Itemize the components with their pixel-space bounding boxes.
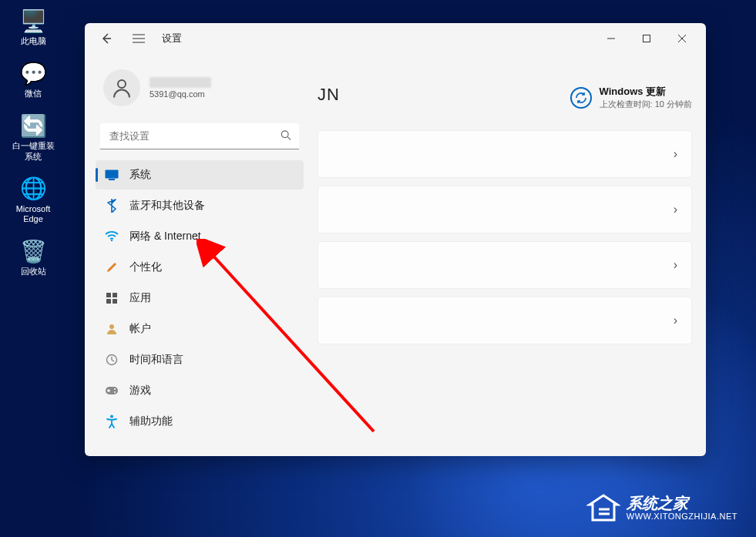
svg-rect-9 <box>113 299 117 304</box>
nav-item-label: 应用 <box>129 291 151 305</box>
chevron-right-icon: › <box>674 147 677 161</box>
sidebar: 5391@qq.com 系统蓝牙和其他设备网络 & Internet个性化应用帐… <box>85 54 314 456</box>
main-header: JN Windows 更新 上次检查时间: 10 分钟前 <box>318 54 692 130</box>
windows-update-card[interactable]: Windows 更新 上次检查时间: 10 分钟前 <box>570 85 692 110</box>
svg-point-13 <box>114 388 116 390</box>
window-controls <box>593 26 700 51</box>
recycle-icon: 🗑️ <box>20 238 46 264</box>
window-titlebar: 设置 <box>85 23 706 54</box>
svg-point-14 <box>114 391 116 393</box>
settings-row[interactable]: › <box>318 241 692 289</box>
nav-apps[interactable]: 应用 <box>96 284 304 313</box>
page-title: JN <box>318 85 340 105</box>
update-subtitle: 上次检查时间: 10 分钟前 <box>600 99 692 110</box>
nav-item-label: 时间和语言 <box>129 353 183 367</box>
apps-icon <box>105 291 119 305</box>
reinstall-icon: 🔄 <box>20 112 46 139</box>
desktop-icon-label: 此电脑 <box>21 36 46 46</box>
settings-row[interactable]: › <box>318 297 692 344</box>
user-name <box>150 77 211 88</box>
desktop-icons-column: 🖥️ 此电脑 💬 微信 🔄 白一键重装 系统 🌐 Microsoft Edge … <box>6 6 60 278</box>
gaming-icon <box>105 384 119 398</box>
chevron-right-icon: › <box>674 203 677 216</box>
update-sync-icon <box>570 87 592 109</box>
nav-item-label: 系统 <box>129 168 151 182</box>
watermark: 系统之家 WWW.XITONGZHIJIA.NET <box>586 492 738 523</box>
update-text: Windows 更新 上次检查时间: 10 分钟前 <box>600 85 692 110</box>
svg-rect-4 <box>109 179 115 180</box>
back-button[interactable] <box>97 29 116 48</box>
nav-item-label: 帐户 <box>129 322 151 336</box>
window-title: 设置 <box>162 32 182 45</box>
watermark-logo-icon <box>586 492 620 523</box>
minimize-icon <box>607 35 615 42</box>
svg-rect-8 <box>106 299 111 304</box>
desktop-icon-wechat[interactable]: 💬 微信 <box>6 59 60 100</box>
wifi-icon <box>105 230 119 243</box>
svg-point-10 <box>109 324 114 329</box>
svg-rect-6 <box>106 293 111 297</box>
person-icon <box>110 76 133 99</box>
close-icon <box>678 35 686 42</box>
svg-point-1 <box>118 80 126 88</box>
bluetooth-icon <box>105 199 119 213</box>
svg-point-15 <box>110 415 113 418</box>
user-email: 5391@qq.com <box>150 89 211 99</box>
this-pc-icon: 🖥️ <box>20 8 46 34</box>
back-arrow-icon <box>100 32 113 45</box>
nav-item-label: 网络 & Internet <box>129 230 201 243</box>
accessibility-icon <box>105 414 119 428</box>
nav-item-label: 游戏 <box>129 384 151 398</box>
avatar <box>103 69 140 106</box>
update-title: Windows 更新 <box>600 85 692 99</box>
system-icon <box>105 168 119 182</box>
nav-item-label: 辅助功能 <box>129 414 173 428</box>
search-box <box>100 123 299 149</box>
titlebar-left: 设置 <box>91 29 182 48</box>
nav-item-label: 个性化 <box>129 260 162 274</box>
maximize-button[interactable] <box>629 26 664 51</box>
nav-accessibility[interactable]: 辅助功能 <box>96 407 304 436</box>
user-account-row[interactable]: 5391@qq.com <box>96 69 304 122</box>
user-info: 5391@qq.com <box>150 77 211 99</box>
time-icon <box>105 353 119 367</box>
close-button[interactable] <box>664 26 700 51</box>
nav-item-label: 蓝牙和其他设备 <box>129 199 205 213</box>
nav-system[interactable]: 系统 <box>96 160 304 190</box>
hamburger-menu-button[interactable] <box>129 29 148 48</box>
svg-rect-0 <box>643 35 650 42</box>
search-input[interactable] <box>100 123 299 149</box>
watermark-cn: 系统之家 <box>627 495 738 512</box>
desktop-icon-edge[interactable]: 🌐 Microsoft Edge <box>6 174 60 226</box>
nav-gaming[interactable]: 游戏 <box>96 376 304 405</box>
desktop-icon-this-pc[interactable]: 🖥️ 此电脑 <box>6 6 60 48</box>
main-content: JN Windows 更新 上次检查时间: 10 分钟前 › › › › <box>314 54 706 456</box>
brush-icon <box>105 260 119 274</box>
nav-time[interactable]: 时间和语言 <box>96 345 304 374</box>
desktop-icon-label: 微信 <box>25 89 42 99</box>
sidebar-nav: 系统蓝牙和其他设备网络 & Internet个性化应用帐户时间和语言游戏辅助功能 <box>96 160 304 436</box>
edge-icon: 🌐 <box>20 176 46 202</box>
settings-row[interactable]: › <box>318 186 692 233</box>
desktop-icon-recycle[interactable]: 🗑️ 回收站 <box>6 237 60 278</box>
minimize-button[interactable] <box>593 26 629 51</box>
svg-point-5 <box>111 240 113 241</box>
chevron-right-icon: › <box>674 314 677 327</box>
desktop-icon-label: Microsoft Edge <box>16 204 51 224</box>
wechat-icon: 💬 <box>20 60 46 86</box>
desktop-icon-reinstall[interactable]: 🔄 白一键重装 系统 <box>6 111 60 163</box>
nav-network[interactable]: 网络 & Internet <box>96 222 304 251</box>
chevron-right-icon: › <box>674 258 677 272</box>
watermark-en: WWW.XITONGZHIJIA.NET <box>627 512 738 521</box>
nav-bluetooth[interactable]: 蓝牙和其他设备 <box>96 191 304 220</box>
settings-row[interactable]: › <box>318 130 692 178</box>
settings-list: › › › › <box>318 130 692 344</box>
desktop-icon-label: 回收站 <box>21 267 46 277</box>
svg-rect-3 <box>106 170 119 179</box>
desktop-icon-label: 白一键重装 系统 <box>12 141 55 161</box>
nav-personalization[interactable]: 个性化 <box>96 253 304 282</box>
account-icon <box>105 322 119 336</box>
settings-window: 设置 5391@qq.com <box>85 23 706 456</box>
maximize-icon <box>643 35 650 42</box>
nav-accounts[interactable]: 帐户 <box>96 314 304 344</box>
